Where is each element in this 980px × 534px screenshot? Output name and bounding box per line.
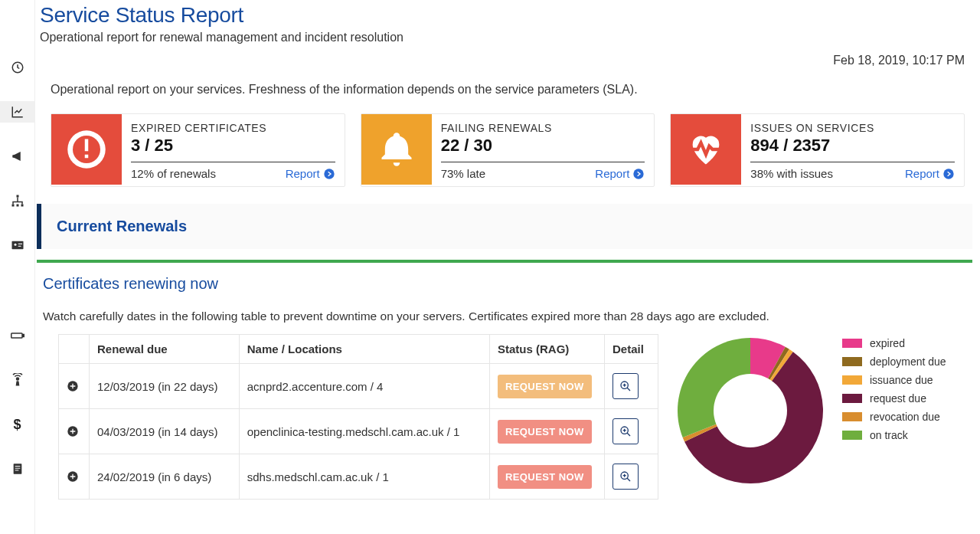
svg-point-11 bbox=[16, 378, 18, 380]
request-now-button[interactable]: REQUEST NOW bbox=[498, 375, 592, 398]
svg-rect-19 bbox=[85, 155, 89, 159]
legend-swatch bbox=[842, 375, 862, 385]
intro-text: Operational report on your services. Fre… bbox=[37, 83, 972, 97]
card-issues: ISSUES ON SERVICES 894 / 2357 38% with i… bbox=[670, 113, 965, 187]
svg-rect-18 bbox=[85, 139, 89, 152]
magnify-plus-icon bbox=[619, 380, 632, 392]
legend-swatch bbox=[842, 357, 862, 366]
report-link[interactable]: Report bbox=[595, 167, 645, 180]
cell-name: acnprd2.accenture.com / 4 bbox=[239, 364, 489, 409]
divider bbox=[441, 162, 645, 162]
svg-point-20 bbox=[324, 169, 334, 179]
svg-point-21 bbox=[634, 169, 644, 179]
subsection-title: Certificates renewing now bbox=[43, 275, 972, 293]
arrow-circle-right-icon bbox=[632, 168, 645, 180]
col-status: Status (RAG) bbox=[490, 335, 605, 364]
nav-billing[interactable]: $ bbox=[0, 414, 35, 435]
nav-reports[interactable] bbox=[0, 101, 35, 123]
report-link[interactable]: Report bbox=[905, 167, 955, 180]
card-value: 894 / 2357 bbox=[750, 136, 955, 156]
report-link-label: Report bbox=[905, 167, 939, 180]
svg-rect-9 bbox=[11, 333, 21, 338]
nav-podcast[interactable] bbox=[0, 369, 35, 391]
card-expired-certificates: EXPIRED CERTIFICATES 3 / 25 12% of renew… bbox=[51, 113, 345, 187]
legend-label: on track bbox=[870, 429, 908, 441]
legend-swatch bbox=[842, 339, 862, 348]
magnify-plus-icon bbox=[619, 425, 632, 437]
col-renewal-due: Renewal due bbox=[90, 335, 240, 364]
table-row: 12/03/2019 (in 22 days)acnprd2.accenture… bbox=[59, 364, 658, 409]
subsection-note: Watch carefully dates in the following t… bbox=[43, 310, 972, 323]
green-divider bbox=[37, 260, 972, 263]
nav-announce[interactable] bbox=[0, 146, 35, 167]
cell-due: 24/02/2019 (in 6 days) bbox=[90, 454, 240, 500]
legend-item[interactable]: request due bbox=[842, 392, 946, 405]
request-now-button[interactable]: REQUEST NOW bbox=[498, 420, 592, 444]
svg-rect-4 bbox=[21, 205, 23, 207]
card-percentage: 73% late bbox=[441, 167, 485, 180]
col-name-locations: Name / Locations bbox=[239, 335, 489, 364]
report-link[interactable]: Report bbox=[286, 167, 335, 180]
card-value: 22 / 30 bbox=[441, 136, 645, 156]
card-value: 3 / 25 bbox=[131, 136, 335, 156]
nav-id-card[interactable] bbox=[0, 234, 35, 256]
legend-label: expired bbox=[870, 337, 905, 349]
status-donut-chart: expireddeployment dueissuance duerequest… bbox=[674, 334, 965, 487]
col-detail: Detail bbox=[605, 335, 658, 364]
legend-item[interactable]: on track bbox=[842, 429, 946, 441]
nav-docs[interactable] bbox=[0, 458, 35, 480]
card-label: FAILING RENEWALS bbox=[441, 122, 645, 134]
chart-legend: expireddeployment dueissuance duerequest… bbox=[842, 334, 946, 487]
card-percentage: 38% with issues bbox=[750, 167, 833, 180]
sidebar-nav: $ bbox=[0, 0, 35, 534]
page-title: Service Status Report bbox=[40, 3, 972, 28]
arrow-circle-right-icon bbox=[323, 168, 335, 180]
svg-rect-8 bbox=[18, 246, 21, 247]
detail-button[interactable] bbox=[612, 373, 639, 399]
svg-rect-15 bbox=[15, 470, 18, 470]
svg-rect-5 bbox=[11, 241, 23, 250]
nav-topology[interactable] bbox=[0, 190, 35, 211]
card-failing-renewals: FAILING RENEWALS 22 / 30 73% late Report bbox=[361, 113, 655, 187]
legend-label: issuance due bbox=[870, 374, 933, 386]
svg-rect-7 bbox=[18, 244, 21, 244]
svg-rect-13 bbox=[15, 466, 20, 467]
bell-icon bbox=[361, 114, 432, 185]
svg-rect-1 bbox=[16, 195, 18, 198]
legend-item[interactable]: expired bbox=[842, 337, 946, 349]
svg-rect-2 bbox=[11, 205, 14, 207]
exclamation-icon bbox=[51, 114, 122, 185]
section-title: Current Renewals bbox=[57, 218, 957, 235]
card-percentage: 12% of renewals bbox=[131, 167, 216, 180]
legend-label: deployment due bbox=[870, 355, 946, 368]
request-now-button[interactable]: REQUEST NOW bbox=[498, 465, 592, 489]
report-link-label: Report bbox=[595, 167, 629, 180]
legend-item[interactable]: deployment due bbox=[842, 355, 946, 368]
detail-button[interactable] bbox=[612, 464, 639, 490]
cell-name: openclinica-testing.medschl.cam.ac.uk / … bbox=[239, 409, 489, 454]
card-label: EXPIRED CERTIFICATES bbox=[131, 122, 335, 134]
legend-swatch bbox=[842, 394, 862, 403]
svg-rect-12 bbox=[13, 464, 21, 473]
legend-item[interactable]: issuance due bbox=[842, 374, 946, 386]
summary-cards: EXPIRED CERTIFICATES 3 / 25 12% of renew… bbox=[37, 113, 972, 187]
legend-item[interactable]: revocation due bbox=[842, 411, 946, 423]
cell-name: sdhs.medschl.cam.ac.uk / 1 bbox=[239, 454, 489, 500]
legend-swatch bbox=[842, 431, 862, 440]
svg-point-22 bbox=[943, 169, 953, 179]
expand-row-icon[interactable] bbox=[67, 470, 81, 483]
expand-row-icon[interactable] bbox=[67, 380, 81, 392]
col-expand bbox=[59, 335, 90, 364]
detail-button[interactable] bbox=[612, 418, 639, 444]
nav-refresh[interactable] bbox=[0, 57, 35, 78]
report-link-label: Report bbox=[286, 167, 320, 180]
legend-label: revocation due bbox=[870, 411, 940, 423]
section-current-renewals: Current Renewals bbox=[37, 204, 972, 249]
heartbeat-icon bbox=[671, 114, 741, 185]
cell-due: 12/03/2019 (in 22 days) bbox=[90, 364, 240, 409]
expand-row-icon[interactable] bbox=[67, 425, 81, 437]
svg-point-6 bbox=[14, 244, 16, 246]
nav-battery[interactable] bbox=[0, 325, 35, 346]
main-content: Service Status Report Operational report… bbox=[35, 0, 980, 534]
report-timestamp: Feb 18, 2019, 10:17 PM bbox=[37, 54, 972, 67]
